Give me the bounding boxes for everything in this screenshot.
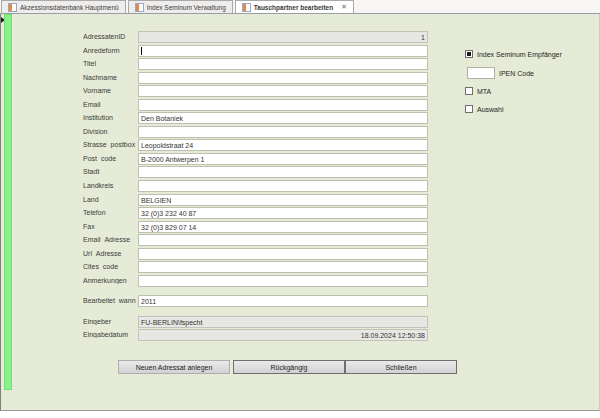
form-icon xyxy=(242,3,251,12)
field-label-url_adresse: Url_Adresse xyxy=(83,248,138,257)
field-label-nachname: Nachname xyxy=(83,72,138,81)
field-label-vorname: Vorname xyxy=(83,85,138,94)
tab-index-seminum-verwaltung[interactable]: Index Seminum Verwaltung xyxy=(128,0,233,13)
tab-label: Tauschpartner bearbeiten xyxy=(254,4,333,11)
field-label-stadt: Stadt xyxy=(83,166,138,175)
field-row-fax: Fax 32 (0)3 829 07 14 xyxy=(83,221,429,235)
field-input-telefon[interactable]: 32 (0)3 232 40 87 xyxy=(138,207,428,219)
rueckgaengig-button[interactable]: Rückgängig xyxy=(233,360,345,374)
tauschpartner-form: AdressatenID1AnredeformTitelNachnameVorn… xyxy=(0,14,600,411)
field-label-division: Division xyxy=(83,126,138,135)
field-row-post_code: Post_codeB-2000 Antwerpen 1 xyxy=(83,153,429,167)
tab-label: Akzessionsdatenbank Hauptmenü xyxy=(20,4,119,11)
field-input-adressaten_id: 1 xyxy=(138,31,428,43)
field-input-bearbeitet_wann[interactable]: 2011 xyxy=(138,295,428,307)
field-row-land: LandBELGIEN xyxy=(83,194,429,208)
field-row-adressaten_id: AdressatenID1 xyxy=(83,31,429,45)
field-input-url_adresse[interactable] xyxy=(138,248,428,260)
field-row-eingeber: EingeberFU-BERLIN\fspecht xyxy=(83,316,429,330)
field-input-landkreis[interactable] xyxy=(138,180,428,192)
field-label-landkreis: Landkreis xyxy=(83,180,138,189)
form-icon xyxy=(135,3,144,12)
field-rows: AdressatenID1AnredeformTitelNachnameVorn… xyxy=(83,31,429,343)
ipen-code-row: IPEN Code xyxy=(467,67,534,79)
field-input-institution[interactable]: Den Botaniek xyxy=(138,112,428,124)
field-label-post_code: Post_code xyxy=(83,153,138,162)
tab-label: Index Seminum Verwaltung xyxy=(147,4,226,11)
access-window: Akzessionsdatenbank Hauptmenü Index Semi… xyxy=(0,0,600,418)
field-input-email_adresse[interactable] xyxy=(138,234,428,246)
field-row-vorname: Vorname xyxy=(83,85,429,99)
field-label-email_adresse: Email_Adresse xyxy=(83,234,138,243)
field-row-bearbeitet_wann: Bearbeitet_wann2011 xyxy=(83,295,429,309)
field-label-adressaten_id: AdressatenID xyxy=(83,31,138,40)
field-row-telefon: Telefon32 (0)3 232 40 87 xyxy=(83,207,429,221)
mta-checkbox[interactable] xyxy=(465,87,473,95)
field-label-eingabedatum: Eingabedatum xyxy=(83,329,138,338)
field-input-land[interactable]: BELGIEN xyxy=(138,194,428,206)
index-seminum-empfaenger-row: Index Seminum Empfänger xyxy=(465,50,562,58)
close-tab-icon[interactable]: ✕ xyxy=(341,3,347,11)
ipen-code-label: IPEN Code xyxy=(499,70,534,77)
field-input-eingeber: FU-BERLIN\fspecht xyxy=(138,316,428,328)
tab-akzessionsdatenbank-hauptmenu[interactable]: Akzessionsdatenbank Hauptmenü xyxy=(1,0,126,13)
field-label-anmerkungen: Anmerkungen xyxy=(83,275,138,284)
field-input-post_code[interactable]: B-2000 Antwerpen 1 xyxy=(138,153,428,165)
field-input-strasse_postbox[interactable]: Leopoldstraat 24 xyxy=(138,139,428,151)
field-row-division: Division xyxy=(83,126,429,140)
field-label-eingeber: Eingeber xyxy=(83,316,138,325)
record-selector-bar[interactable] xyxy=(4,14,12,390)
field-label-institution: Institution xyxy=(83,112,138,121)
document-tab-bar: Akzessionsdatenbank Hauptmenü Index Semi… xyxy=(0,0,600,14)
ipen-code-input[interactable] xyxy=(467,67,495,79)
form-icon xyxy=(8,3,17,12)
auswahl-row: Auswahl xyxy=(465,105,503,113)
index-seminum-empfaenger-label: Index Seminum Empfänger xyxy=(477,51,562,58)
field-label-strasse_postbox: Strasse_postbox xyxy=(83,139,138,148)
field-row-anmerkungen: Anmerkungen xyxy=(83,275,429,289)
field-row-email_adresse: Email_Adresse xyxy=(83,234,429,248)
field-label-titel: Titel xyxy=(83,58,138,67)
field-row-eingabedatum: Eingabedatum18.09.2024 12:50:38 xyxy=(83,329,429,343)
field-input-stadt[interactable] xyxy=(138,166,428,178)
field-input-email[interactable] xyxy=(138,99,428,111)
field-row-strasse_postbox: Strasse_postboxLeopoldstraat 24 xyxy=(83,139,429,153)
field-input-cites_code[interactable] xyxy=(138,261,428,273)
auswahl-checkbox[interactable] xyxy=(465,105,473,113)
field-input-fax[interactable]: 32 (0)3 829 07 14 xyxy=(138,221,428,233)
field-label-land: Land xyxy=(83,194,138,203)
field-row-anredeform: Anredeform xyxy=(83,45,429,59)
field-label-fax: Fax xyxy=(83,221,138,230)
field-row-landkreis: Landkreis xyxy=(83,180,429,194)
field-input-eingabedatum: 18.09.2024 12:50:38 xyxy=(138,329,428,341)
field-input-anmerkungen[interactable] xyxy=(138,275,428,287)
field-label-anredeform: Anredeform xyxy=(83,45,138,54)
field-label-email: Email xyxy=(83,99,138,108)
field-label-cites_code: Cites_code xyxy=(83,261,138,270)
field-input-titel[interactable] xyxy=(138,58,428,70)
mta-row: MTA xyxy=(465,87,491,95)
field-row-cites_code: Cites_code xyxy=(83,261,429,275)
field-row-nachname: Nachname xyxy=(83,72,429,86)
tab-tauschpartner-bearbeiten[interactable]: Tauschpartner bearbeiten ✕ xyxy=(235,0,354,13)
field-input-nachname[interactable] xyxy=(138,72,428,84)
field-input-anredeform[interactable] xyxy=(138,45,428,57)
field-row-stadt: Stadt xyxy=(83,166,429,180)
neuen-adressat-anlegen-button[interactable]: Neuen Adressat anlegen xyxy=(118,360,230,374)
auswahl-label: Auswahl xyxy=(477,106,503,113)
field-row-email: Email xyxy=(83,99,429,113)
index-seminum-empfaenger-checkbox[interactable] xyxy=(465,50,473,58)
field-row-titel: Titel xyxy=(83,58,429,72)
mta-label: MTA xyxy=(477,88,491,95)
field-label-telefon: Telefon xyxy=(83,207,138,216)
field-input-vorname[interactable] xyxy=(138,85,428,97)
field-input-division[interactable] xyxy=(138,126,428,138)
field-row-institution: InstitutionDen Botaniek xyxy=(83,112,429,126)
field-row-url_adresse: Url_Adresse xyxy=(83,248,429,262)
schliessen-button[interactable]: Schließen xyxy=(345,360,457,374)
field-label-bearbeitet_wann: Bearbeitet_wann xyxy=(83,295,138,304)
